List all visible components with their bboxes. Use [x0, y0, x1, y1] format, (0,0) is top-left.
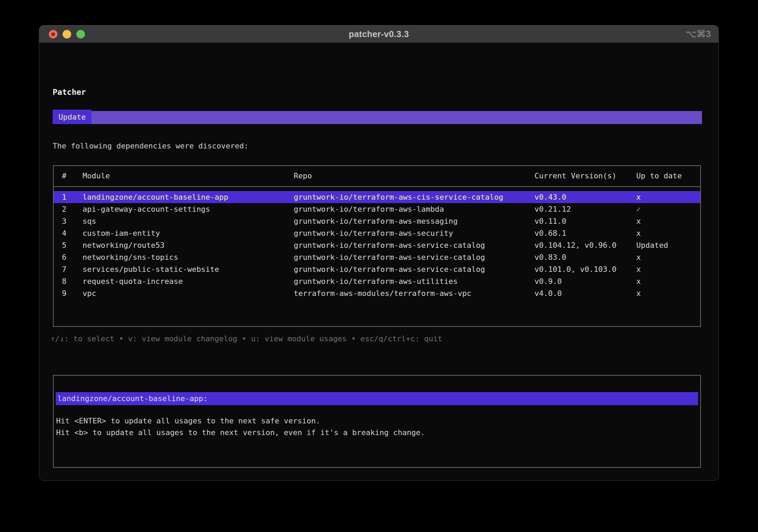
repo-name: gruntwork-io/terraform-aws-utilities: [294, 275, 534, 287]
module-name: api-gateway-account-settings: [83, 203, 294, 215]
module-name: vpc: [83, 287, 294, 299]
up-to-date-status: x: [636, 251, 700, 263]
repo-name: gruntwork-io/terraform-aws-cis-service-c…: [294, 191, 534, 203]
repo-name: terraform-aws-modules/terraform-aws-vpc: [294, 287, 534, 299]
current-version: v4.0.0: [534, 287, 636, 299]
current-version: v0.11.0: [534, 215, 636, 227]
app-heading: Patcher: [53, 88, 86, 97]
terminal-window: patcher-v0.3.3 ⌥⌘3 Patcher Update The fo…: [39, 25, 719, 481]
window-shortcut-badge: ⌥⌘3: [686, 25, 711, 43]
row-number: 1: [62, 191, 83, 203]
header-version: Current Version(s): [534, 171, 636, 180]
row-number: 2: [62, 203, 83, 215]
up-to-date-status: x: [636, 191, 700, 203]
module-name: networking/sns-topics: [83, 251, 294, 263]
module-name: services/public-static-website: [83, 263, 294, 275]
tab-bar-fill: [53, 111, 702, 124]
table-row[interactable]: 2api-gateway-account-settingsgruntwork-i…: [54, 203, 700, 215]
row-number: 5: [62, 239, 83, 251]
detail-panel: landingzone/account-baseline-app: Hit <E…: [53, 375, 701, 468]
repo-name: gruntwork-io/terraform-aws-lambda: [294, 203, 534, 215]
repo-name: gruntwork-io/terraform-aws-service-catal…: [294, 263, 534, 275]
zoom-button[interactable]: [76, 30, 85, 38]
up-to-date-status: x: [636, 227, 700, 239]
repo-name: gruntwork-io/terraform-aws-service-catal…: [294, 239, 534, 251]
dependency-table: # Module Repo Current Version(s) Up to d…: [53, 165, 701, 327]
module-name: request-quota-increase: [83, 275, 294, 287]
detail-instructions: Hit <ENTER> to update all usages to the …: [56, 415, 697, 439]
current-version: v0.68.1: [534, 227, 636, 239]
current-version: v0.21.12: [534, 203, 636, 215]
tab-bar: Update: [53, 110, 702, 124]
up-to-date-status: x: [636, 215, 700, 227]
header-repo: Repo: [294, 171, 534, 180]
window-titlebar[interactable]: patcher-v0.3.3 ⌥⌘3: [39, 25, 718, 43]
module-name: landingzone/account-baseline-app: [83, 191, 294, 203]
window-title: patcher-v0.3.3: [39, 29, 718, 39]
help-bar: ↑/↓: to select • v: view module changelo…: [51, 334, 442, 343]
row-number: 3: [62, 215, 83, 227]
up-to-date-status: ✓: [636, 203, 700, 215]
repo-name: gruntwork-io/terraform-aws-service-catal…: [294, 251, 534, 263]
current-version: v0.83.0: [534, 251, 636, 263]
row-number: 4: [62, 227, 83, 239]
header-num: #: [62, 171, 83, 180]
up-to-date-status: Updated: [636, 239, 700, 251]
up-to-date-status: x: [636, 263, 700, 275]
traffic-lights: [49, 25, 85, 43]
module-name: custom-iam-entity: [83, 227, 294, 239]
header-module: Module: [83, 171, 294, 180]
intro-text: The following dependencies were discover…: [53, 142, 249, 150]
table-row[interactable]: 8request-quota-increasegruntwork-io/terr…: [54, 275, 700, 287]
table-body: 1landingzone/account-baseline-appgruntwo…: [54, 191, 700, 299]
module-name: sqs: [83, 215, 294, 227]
table-row[interactable]: 6networking/sns-topicsgruntwork-io/terra…: [54, 251, 700, 263]
row-number: 7: [62, 263, 83, 275]
module-name: networking/route53: [83, 239, 294, 251]
tab-update[interactable]: Update: [53, 110, 91, 124]
current-version: v0.101.0, v0.103.0: [534, 263, 636, 275]
current-version: v0.43.0: [534, 191, 636, 203]
minimize-button[interactable]: [63, 30, 71, 38]
row-number: 6: [62, 251, 83, 263]
row-number: 9: [62, 287, 83, 299]
up-to-date-status: x: [636, 275, 700, 287]
up-to-date-status: x: [636, 287, 700, 299]
current-version: v0.104.12, v0.96.0: [534, 239, 636, 251]
selected-module-bar: landingzone/account-baseline-app:: [56, 392, 698, 405]
detail-line-enter: Hit <ENTER> to update all usages to the …: [56, 415, 697, 427]
row-number: 8: [62, 275, 83, 287]
repo-name: gruntwork-io/terraform-aws-messaging: [294, 215, 534, 227]
current-version: v0.9.0: [534, 275, 636, 287]
terminal-content: Patcher Update The following dependencie…: [39, 43, 718, 480]
close-button[interactable]: [49, 30, 57, 38]
header-status: Up to date: [636, 171, 700, 180]
table-row[interactable]: 1landingzone/account-baseline-appgruntwo…: [54, 191, 700, 203]
table-row[interactable]: 5networking/route53gruntwork-io/terrafor…: [54, 239, 700, 251]
table-row[interactable]: 4custom-iam-entitygruntwork-io/terraform…: [54, 227, 700, 239]
table-row[interactable]: 3sqsgruntwork-io/terraform-aws-messaging…: [54, 215, 700, 227]
detail-line-breaking: Hit <b> to update all usages to the next…: [56, 427, 697, 439]
table-header-row: # Module Repo Current Version(s) Up to d…: [54, 166, 700, 187]
table-row[interactable]: 7services/public-static-websitegruntwork…: [54, 263, 700, 275]
table-row[interactable]: 9vpcterraform-aws-modules/terraform-aws-…: [54, 287, 700, 299]
repo-name: gruntwork-io/terraform-aws-security: [294, 227, 534, 239]
